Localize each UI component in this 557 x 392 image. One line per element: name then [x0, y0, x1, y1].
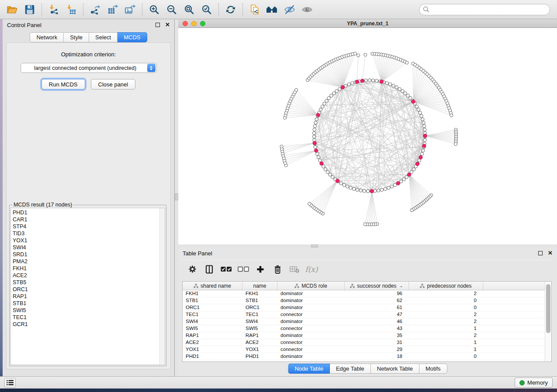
network-canvas[interactable]	[178, 28, 557, 244]
network-hub-node[interactable]	[341, 86, 344, 89]
network-node[interactable]	[339, 182, 343, 185]
network-node[interactable]	[346, 185, 349, 188]
table-scrollbar-thumb[interactable]	[546, 284, 550, 333]
network-leaf-node[interactable]	[363, 223, 367, 226]
network-node[interactable]	[313, 124, 316, 127]
network-node[interactable]	[412, 168, 415, 171]
network-hub-node[interactable]	[336, 179, 339, 182]
network-node[interactable]	[312, 131, 315, 134]
network-hub-node[interactable]	[407, 173, 411, 176]
network-leaf-node[interactable]	[405, 61, 408, 64]
export-table-button[interactable]	[104, 1, 121, 18]
network-node[interactable]	[398, 88, 401, 91]
delete-column-button[interactable]	[271, 263, 284, 276]
table-options-gear-button[interactable]	[186, 263, 198, 276]
tab-node-table[interactable]: Node Table	[288, 364, 330, 374]
network-node[interactable]	[401, 89, 404, 93]
memory-button[interactable]: Memory	[515, 378, 553, 388]
network-node[interactable]	[327, 96, 330, 100]
mcds-result-item[interactable]: PHD1	[11, 209, 159, 216]
network-node[interactable]	[338, 88, 341, 91]
network-node[interactable]	[402, 178, 405, 181]
first-neighbors-button[interactable]	[263, 1, 281, 18]
zoom-fit-button[interactable]	[180, 1, 198, 18]
float-panel-icon[interactable]	[538, 251, 543, 255]
network-hub-node[interactable]	[380, 80, 383, 83]
network-node[interactable]	[392, 84, 395, 87]
duplicate-network-button[interactable]	[246, 1, 263, 18]
network-hub-node[interactable]	[370, 189, 374, 193]
network-node[interactable]	[351, 82, 354, 85]
column-header-mcds-role[interactable]: MCDS role	[277, 282, 345, 290]
network-node[interactable]	[353, 187, 356, 190]
add-column-button[interactable]	[254, 263, 266, 276]
network-node[interactable]	[312, 135, 315, 138]
network-leaf-node[interactable]	[357, 54, 360, 57]
mcds-result-item[interactable]: PMA2	[11, 258, 159, 265]
network-node[interactable]	[349, 186, 352, 189]
column-manager-button[interactable]	[203, 263, 215, 276]
network-node[interactable]	[423, 128, 426, 131]
node-table[interactable]: shared namenameMCDS rolesuccessor nodes⌄…	[182, 281, 552, 362]
table-row[interactable]: ORC1ORC1dominator610	[183, 304, 545, 311]
network-leaf-node[interactable]	[280, 145, 283, 148]
table-row[interactable]: YOX1YOX1connector291	[183, 346, 545, 353]
close-panel-icon[interactable]: ✕	[165, 23, 170, 27]
mcds-result-item[interactable]: STB1	[11, 300, 159, 307]
network-node[interactable]	[359, 189, 362, 192]
mcds-result-list[interactable]: PHD1CAR1STP4TID3YOX1SWI4SRD1PMA2FKH1ACE2…	[10, 208, 165, 365]
network-hub-node[interactable]	[422, 144, 426, 148]
run-mcds-button[interactable]: Run MCDS	[42, 79, 85, 89]
mcds-result-item[interactable]: CAR1	[11, 216, 159, 223]
network-node[interactable]	[420, 114, 423, 117]
mcds-result-item[interactable]: TID3	[11, 230, 159, 237]
float-panel-icon[interactable]	[156, 23, 160, 27]
network-node[interactable]	[421, 118, 424, 121]
export-network-button[interactable]	[86, 1, 104, 18]
select-all-rows-button[interactable]	[220, 263, 232, 276]
network-node[interactable]	[384, 187, 387, 190]
splitter-grip[interactable]	[311, 244, 318, 248]
tab-motifs[interactable]: Motifs	[419, 364, 447, 374]
mcds-list-scrollbar[interactable]	[159, 208, 165, 364]
network-node[interactable]	[419, 111, 422, 114]
close-panel-button[interactable]: Close panel	[91, 79, 136, 89]
table-row[interactable]: FKH1FKH1dominator962	[183, 290, 545, 297]
mcds-result-item[interactable]: FKH1	[11, 265, 159, 272]
tab-edge-table[interactable]: Edge Table	[330, 364, 371, 374]
network-node[interactable]	[329, 173, 332, 176]
save-session-button[interactable]	[21, 1, 38, 18]
network-node[interactable]	[395, 86, 398, 89]
table-row[interactable]: RAP1RAP1dominator352	[183, 332, 545, 339]
network-node[interactable]	[326, 171, 329, 174]
search-input[interactable]	[432, 5, 546, 14]
refresh-layout-button[interactable]	[222, 1, 239, 18]
network-node[interactable]	[394, 183, 397, 186]
network-node[interactable]	[347, 83, 350, 86]
network-node[interactable]	[368, 79, 371, 82]
network-hub-node[interactable]	[316, 113, 320, 117]
network-node[interactable]	[371, 79, 374, 82]
network-titlebar[interactable]: YPA_prune.txt_1	[178, 19, 557, 28]
zoom-in-button[interactable]	[145, 1, 163, 18]
mcds-result-item[interactable]: SWI5	[11, 307, 159, 314]
network-hub-node[interactable]	[396, 182, 400, 185]
apply-function-button[interactable]: f(x)	[305, 263, 318, 276]
splitter-grip[interactable]	[175, 193, 178, 200]
network-node[interactable]	[313, 128, 316, 131]
network-node[interactable]	[387, 186, 390, 189]
mcds-result-item[interactable]: STP4	[11, 223, 159, 230]
network-node[interactable]	[356, 188, 359, 191]
network-node[interactable]	[314, 145, 317, 148]
tab-network[interactable]: Network	[30, 32, 64, 42]
network-node[interactable]	[366, 189, 369, 193]
network-node[interactable]	[318, 159, 322, 162]
network-node[interactable]	[343, 183, 346, 186]
network-hub-node[interactable]	[360, 79, 364, 83]
network-leaf-node[interactable]	[295, 89, 298, 92]
network-node[interactable]	[363, 189, 366, 193]
network-hub-node[interactable]	[412, 100, 415, 103]
table-row[interactable]: STB1STB1dominator620	[183, 297, 545, 304]
mcds-result-item[interactable]: TEC1	[11, 314, 159, 321]
network-node[interactable]	[423, 138, 426, 141]
